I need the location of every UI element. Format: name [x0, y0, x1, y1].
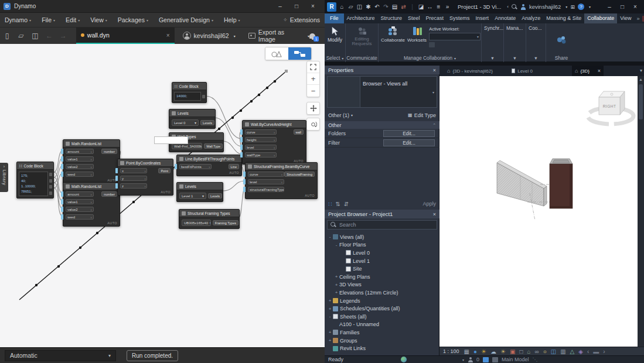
- ribbon-tab-insert[interactable]: Insert: [473, 13, 492, 23]
- open-file-icon[interactable]: ▱: [14, 32, 28, 40]
- viewport-scrollbar[interactable]: ▲: [638, 76, 644, 347]
- notifications-button[interactable]: 1: [309, 33, 315, 39]
- ribbon-tab-systems[interactable]: Systems: [447, 13, 473, 23]
- print-icon[interactable]: ▤: [390, 4, 399, 10]
- input-port-z[interactable]: z›: [120, 183, 147, 189]
- dynamo-node-structuralframing-beambycurve[interactable]: StructuralFraming.BeamByCurvecurve›Struc…: [245, 162, 318, 199]
- tree-item-level-1[interactable]: Level 1: [325, 257, 439, 265]
- orbit-icon[interactable]: [306, 118, 320, 131]
- more-tools-icon[interactable]: »: [443, 4, 452, 10]
- menu-packages[interactable]: Packages▾: [118, 16, 148, 23]
- type-selector[interactable]: Browser - Views all ▾: [327, 76, 437, 108]
- save-icon[interactable]: ◫: [28, 32, 42, 40]
- geometry-view-toggle[interactable]: [265, 47, 288, 60]
- code-block-editor[interactable]: 14000;: [174, 92, 201, 101]
- minimize-button[interactable]: –: [603, 2, 616, 12]
- ribbon-tab-collaborate[interactable]: Collaborate: [584, 13, 617, 23]
- chevron-down-icon[interactable]: ▾: [462, 358, 464, 362]
- menu-help[interactable]: Help▾: [224, 16, 240, 23]
- menu-generative-design[interactable]: Generative Design▾: [159, 16, 213, 23]
- panel-manage-models-dropdown[interactable]: ▾: [504, 54, 526, 62]
- dynamo-node-math-randomlist-1[interactable]: Math.RandomListamount›numbervalue1›value…: [63, 139, 120, 184]
- undo-icon[interactable]: ←: [42, 32, 56, 40]
- dynamo-node-math-randomlist-2[interactable]: Math.RandomListamount›numbervalue1›value…: [63, 182, 120, 227]
- input-port-seed[interactable]: seed›: [66, 172, 94, 177]
- pan-icon[interactable]: [306, 102, 320, 115]
- output-port-structuralframing[interactable]: StructuralFraming: [284, 172, 315, 177]
- export-as-image-button[interactable]: Export as Image ▾: [248, 29, 309, 43]
- reveal-hidden-elements-icon[interactable]: ∞: [535, 348, 539, 355]
- input-port-x[interactable]: x›: [120, 168, 147, 173]
- expand-icon[interactable]: +: [327, 306, 333, 311]
- scroll-left-icon[interactable]: ‹: [587, 348, 589, 355]
- zoom-out-icon[interactable]: −: [307, 85, 319, 97]
- extensions-menu[interactable]: ✧ Extensions: [283, 16, 320, 23]
- workspace-tab-wall-dyn[interactable]: wall.dyn ×: [76, 28, 175, 44]
- code-block-editor[interactable]: 175;40;1..10000;78651;: [19, 172, 48, 196]
- browser-search-input[interactable]: Search: [327, 220, 437, 230]
- ribbon-tab-steel[interactable]: Steel: [405, 13, 423, 23]
- collapse-icon[interactable]: ⌃: [432, 123, 436, 128]
- view-tab-3d-kevinshajil62[interactable]: ⌂{3D - kevinshajil62}: [444, 66, 505, 76]
- tree-item-groups[interactable]: +Groups: [325, 337, 439, 345]
- home-icon[interactable]: ⌂: [338, 4, 346, 10]
- close-icon[interactable]: ×: [598, 68, 601, 74]
- edit-type-button[interactable]: ▦ Edit Type: [408, 112, 436, 118]
- library-panel-tab[interactable]: › Library: [0, 163, 8, 192]
- app-store-icon[interactable]: ⊞: [570, 4, 575, 10]
- input-port-curve[interactable]: curve›: [248, 172, 284, 177]
- chevron-down-icon[interactable]: ▾: [565, 5, 567, 9]
- tree-item-sheets-all[interactable]: -Sheets (all): [325, 313, 439, 321]
- ribbon-tab-massing-site[interactable]: Massing & Site: [543, 13, 584, 23]
- collapse-icon[interactable]: -: [327, 234, 333, 239]
- ribbon-tab-precast[interactable]: Precast: [423, 13, 447, 23]
- close-button[interactable]: ×: [305, 1, 321, 12]
- resize-grip[interactable]: ⋱: [533, 357, 538, 362]
- search-icon[interactable]: [512, 4, 517, 10]
- scroll-right-icon[interactable]: ›: [603, 348, 605, 355]
- input-port-walltype[interactable]: wallType›: [245, 152, 277, 157]
- redo-icon[interactable]: ↷: [381, 4, 390, 10]
- dynamo-node-code-block-1[interactable]: [:]Code Block175;40;1..10000;78651;: [16, 162, 54, 198]
- panel-label-select[interactable]: Select▾: [325, 54, 345, 62]
- node-dropdown[interactable]: Level 1▾: [179, 193, 206, 199]
- scroll-handle-icon[interactable]: ▬: [593, 348, 599, 355]
- graph-view-toggle[interactable]: [288, 47, 311, 60]
- fit-to-screen-icon[interactable]: [307, 61, 319, 73]
- selection-filter-value[interactable]: Other (1): [328, 112, 349, 118]
- shadows-icon[interactable]: ☁: [490, 348, 496, 355]
- input-port-value2[interactable]: value2›: [66, 207, 94, 212]
- active-workset-dropdown[interactable]: ▾: [429, 33, 481, 40]
- chevron-left-icon[interactable]: ‹: [507, 4, 509, 9]
- undo-icon[interactable]: ↶: [373, 4, 381, 10]
- output-port[interactable]: [202, 95, 205, 98]
- close-icon[interactable]: ×: [433, 211, 436, 217]
- crop-view-icon[interactable]: ▣: [510, 348, 515, 355]
- chevron-down-icon[interactable]: ▾: [589, 5, 591, 9]
- measure-icon[interactable]: ↔: [425, 4, 434, 10]
- show-analytical-model-icon[interactable]: ▥: [560, 348, 565, 355]
- input-port-height[interactable]: height›: [245, 137, 277, 142]
- viewcube-face-label[interactable]: RIGHT: [603, 104, 616, 108]
- panel-label-manage-collaboration[interactable]: Manage Collaboration▾: [379, 54, 481, 62]
- tree-item-legends[interactable]: +Legends: [325, 297, 439, 305]
- section-icon[interactable]: ◪: [417, 4, 425, 10]
- temporary-view-properties-icon[interactable]: ◫: [551, 348, 556, 355]
- dynamo-canvas[interactable]: [:]Code Block175;40;1..10000;78651;Math.…: [0, 44, 325, 347]
- tree-item-schedules-quantities-all[interactable]: +Schedules/Quantities (all): [325, 304, 439, 313]
- transfer-project-standards-icon[interactable]: ⇄: [399, 4, 408, 10]
- tree-item-a100-unnamed[interactable]: A100 - Unnamed: [325, 321, 439, 329]
- worksets-button[interactable]: Worksets: [407, 25, 427, 43]
- tree-item-ceiling-plans[interactable]: +Ceiling Plans: [325, 273, 439, 281]
- minimize-button[interactable]: –: [272, 1, 288, 12]
- output-port[interactable]: [49, 185, 52, 189]
- menu-view[interactable]: View▾: [90, 16, 107, 23]
- model-wall[interactable]: [497, 160, 547, 206]
- tree-item-site[interactable]: Site: [325, 265, 439, 273]
- output-port-framing-types[interactable]: Framing Types: [213, 220, 238, 225]
- output-port-number[interactable]: number: [101, 191, 117, 197]
- open-icon[interactable]: ▱: [346, 4, 355, 10]
- reveal-constraints-icon[interactable]: ◈: [578, 348, 583, 355]
- view-scale[interactable]: 1 : 100: [443, 348, 459, 354]
- expand-icon[interactable]: +: [333, 290, 339, 295]
